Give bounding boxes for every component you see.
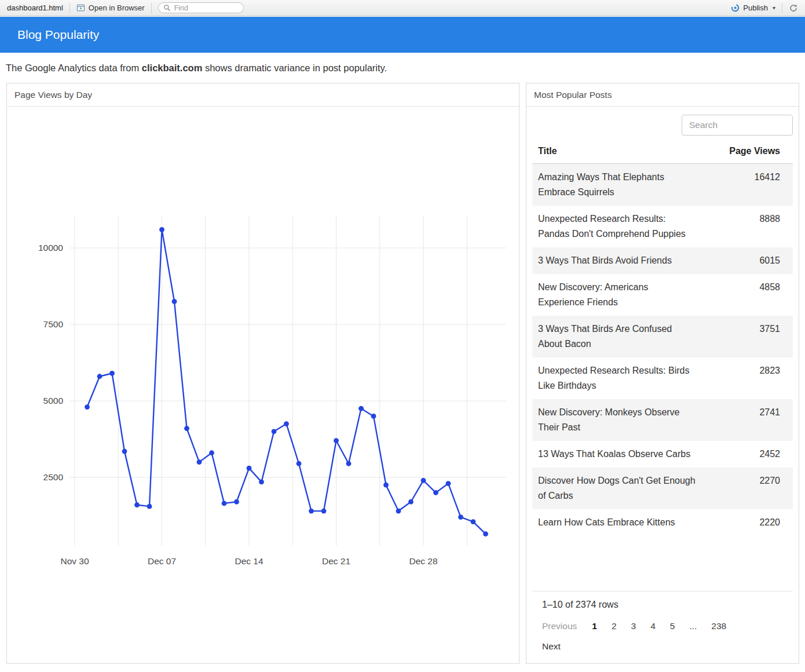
table-row[interactable]: Unexpected Research Results: Birds Like …	[532, 357, 793, 399]
table-row[interactable]: Learn How Cats Embrace Kittens2220	[532, 509, 793, 536]
chart-point	[259, 480, 264, 485]
post-page-views: 4858	[723, 274, 793, 316]
chart-point	[458, 514, 463, 520]
pagination-next[interactable]: Next	[532, 641, 793, 652]
pagination-page-5[interactable]: 5	[670, 621, 675, 631]
chart-point	[408, 499, 414, 505]
chart-point	[297, 461, 302, 466]
pagination-previous[interactable]: Previous	[542, 621, 577, 631]
posts-card-header: Most Popular Posts	[526, 83, 799, 107]
open-in-browser-label: Open in Browser	[89, 3, 145, 12]
caret-down-icon: ▾	[773, 5, 775, 11]
file-tab[interactable]: dashboard1.html	[7, 3, 63, 12]
post-page-views: 2823	[723, 357, 793, 399]
chart-point	[184, 426, 189, 431]
refresh-button[interactable]	[789, 3, 798, 13]
pagination-ellipsis: ...	[689, 621, 697, 631]
chart-point	[309, 509, 314, 514]
page-views-card: Page Views by Day 25005000750010000Nov 3…	[6, 83, 519, 664]
post-page-views: 2270	[723, 468, 793, 509]
subtitle-suffix: shows dramatic variance in post populari…	[202, 63, 387, 73]
pagination-page-238[interactable]: 238	[711, 621, 726, 631]
x-axis-tick-label: Dec 28	[409, 556, 437, 566]
table-row[interactable]: New Discovery: Americans Experience Frie…	[532, 274, 793, 316]
post-title: 13 Ways That Koalas Observe Carbs	[532, 441, 723, 468]
chart-point	[446, 481, 451, 486]
open-in-browser-button[interactable]: Open in Browser	[76, 3, 145, 12]
chart-point	[358, 406, 364, 411]
find-input[interactable]	[174, 4, 239, 12]
post-title: 3 Ways That Birds Avoid Friends	[532, 247, 723, 274]
posts-table-body: Amazing Ways That Elephants Embrace Squi…	[532, 164, 793, 536]
pagination-block: 1–10 of 2374 rows Previous 12345...238 N…	[532, 591, 793, 663]
pagination-page-2[interactable]: 2	[612, 621, 617, 631]
chart-point	[433, 490, 438, 495]
pagination-page-3[interactable]: 3	[631, 621, 636, 631]
chart-point	[147, 504, 152, 509]
table-row[interactable]: Unexpected Research Results: Pandas Don'…	[532, 206, 793, 247]
table-row[interactable]: New Discovery: Monkeys Observe Their Pas…	[532, 399, 793, 441]
table-row[interactable]: 3 Ways That Birds Are Confused About Bac…	[532, 316, 793, 357]
chart-point	[483, 531, 488, 536]
y-axis-tick-label: 7500	[43, 319, 64, 329]
find-box[interactable]	[158, 2, 244, 13]
column-header-title[interactable]: Title	[532, 139, 723, 164]
table-row[interactable]: 3 Ways That Birds Avoid Friends6015	[532, 247, 793, 274]
chart-point	[97, 374, 103, 379]
table-row[interactable]: 13 Ways That Koalas Observe Carbs2452	[532, 441, 793, 468]
publish-button[interactable]: Publish ▾	[731, 3, 775, 12]
post-title: Unexpected Research Results: Birds Like …	[532, 357, 723, 399]
pagination-info: 1–10 of 2374 rows	[532, 600, 793, 610]
toolbar-separator	[782, 3, 782, 13]
chart-point	[172, 299, 177, 304]
chart-point	[471, 519, 476, 524]
chart-point	[284, 421, 289, 426]
chart-point	[421, 478, 426, 483]
chart-line	[87, 229, 486, 534]
y-axis-tick-label: 10000	[38, 243, 63, 253]
page-views-chart[interactable]: 25005000750010000Nov 30Dec 07Dec 14Dec 2…	[7, 107, 519, 664]
chart-point	[109, 371, 115, 376]
post-page-views: 2452	[723, 441, 793, 468]
table-search-row	[526, 107, 799, 139]
dashboard-subtitle: The Google Analytics data from clickbait…	[0, 53, 805, 82]
publish-label: Publish	[743, 3, 768, 12]
chart-point	[247, 466, 252, 471]
pagination-row: Previous 12345...238	[532, 621, 793, 631]
post-title: Discover How Dogs Can't Get Enough of Ca…	[532, 468, 723, 509]
post-page-views: 6015	[723, 247, 793, 274]
table-row[interactable]: Amazing Ways That Elephants Embrace Squi…	[532, 164, 793, 206]
chart-point	[209, 450, 214, 455]
subtitle-prefix: The Google Analytics data from	[6, 63, 142, 73]
posts-table-wrap: Title Page Views Amazing Ways That Eleph…	[526, 139, 799, 591]
post-page-views: 8888	[723, 206, 793, 247]
popular-posts-card: Most Popular Posts Title Page Views Amaz…	[526, 83, 799, 664]
x-axis-tick-label: Dec 07	[148, 556, 176, 566]
chart-area[interactable]: 25005000750010000Nov 30Dec 07Dec 14Dec 2…	[7, 107, 519, 663]
search-icon	[163, 4, 171, 12]
post-page-views: 2741	[723, 399, 793, 441]
pagination-page-4[interactable]: 4	[650, 621, 656, 631]
column-header-page-views[interactable]: Page Views	[723, 139, 793, 164]
dashboard-navbar: Blog Popularity	[0, 17, 805, 53]
chart-point	[222, 501, 227, 506]
post-title: Unexpected Research Results: Pandas Don'…	[532, 206, 723, 247]
chart-card-title: Page Views by Day	[14, 90, 92, 100]
chart-card-header: Page Views by Day	[7, 83, 519, 107]
table-row[interactable]: Discover How Dogs Can't Get Enough of Ca…	[532, 468, 793, 509]
ide-toolbar: dashboard1.html Open in Browser Publish …	[0, 0, 805, 16]
chart-point	[159, 227, 164, 232]
y-axis-tick-label: 2500	[43, 472, 64, 482]
page-title: Blog Popularity	[17, 28, 99, 42]
pagination-page-1[interactable]: 1	[592, 621, 597, 631]
post-page-views: 3751	[723, 316, 793, 357]
connect-publish-icon	[731, 3, 740, 12]
chart-point	[197, 459, 202, 465]
table-search-input[interactable]	[682, 115, 793, 136]
posts-table: Title Page Views Amazing Ways That Eleph…	[532, 139, 793, 536]
chart-point	[234, 499, 239, 505]
chart-point	[346, 461, 352, 466]
y-axis-tick-label: 5000	[43, 396, 64, 406]
chart-point	[371, 414, 376, 419]
pagination-pages: 12345...238	[592, 621, 741, 631]
